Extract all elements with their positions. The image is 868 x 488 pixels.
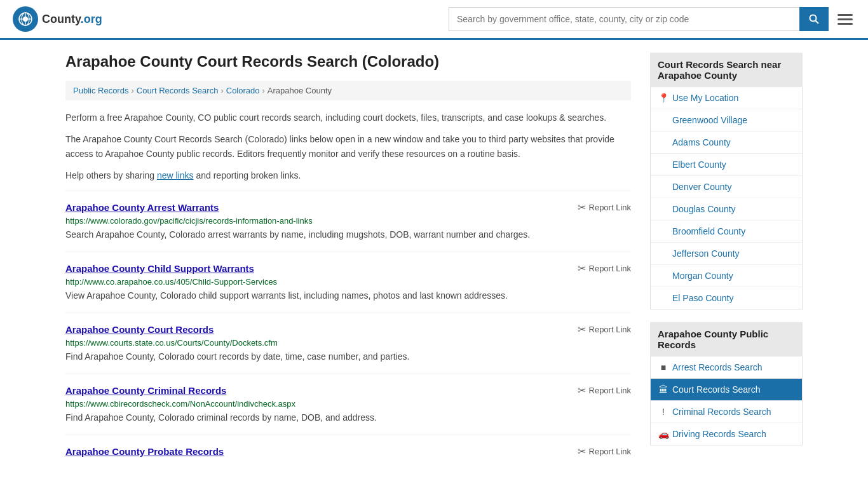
nearby-link-label: Elbert County [672,159,726,170]
content-area: Arapahoe County Court Records Search (Co… [65,53,631,470]
public-records-link[interactable]: !Criminal Records Search [651,401,802,423]
svg-line-6 [816,21,819,24]
new-links-link[interactable]: new links [157,170,194,180]
record-url[interactable]: https://www.courts.state.co.us/Courts/Co… [65,338,631,348]
record-type-icon: 🚗 [658,429,668,439]
record-header: Arapahoe County Probate Records ✂ Report… [65,445,631,458]
record-desc: Find Arapahoe County, Colorado court rec… [65,350,631,363]
report-icon: ✂ [578,201,586,214]
nearby-link-item[interactable]: Elbert County [651,154,802,176]
nearby-link-item[interactable]: Jefferson County [651,243,802,265]
record-title[interactable]: Arapahoe County Criminal Records [65,385,226,396]
nearby-link-item[interactable]: Denver County [651,176,802,198]
nearby-link-label: Use My Location [672,93,738,103]
record-url[interactable]: http://www.co.arapahoe.co.us/405/Child-S… [65,277,631,287]
record-header: Arapahoe County Arrest Warrants ✂ Report… [65,201,631,214]
record-type-icon: 🏛 [658,384,668,395]
nearby-link[interactable]: Denver County [651,176,802,198]
record-title[interactable]: Arapahoe County Court Records [65,324,214,335]
search-input[interactable] [449,7,799,31]
nearby-link[interactable]: Broomfield County [651,220,802,242]
logo-text: County.org [42,13,102,26]
record-item: Arapahoe County Probate Records ✂ Report… [65,435,631,470]
report-icon: ✂ [578,445,586,458]
breadcrumb-sep: › [220,86,223,95]
public-records-link-item[interactable]: 🏛Court Records Search [651,379,802,401]
record-header: Arapahoe County Criminal Records ✂ Repor… [65,384,631,396]
public-records-link-item[interactable]: 🚗Driving Records Search [651,423,802,445]
record-url[interactable]: https://www.colorado.gov/pacific/cicjis/… [65,216,631,226]
nearby-link-label: El Paso County [672,293,734,303]
nearby-link-label: Morgan County [672,271,733,281]
nearby-link-item[interactable]: Greenwood Village [651,109,802,132]
nearby-link[interactable]: 📍Use My Location [651,87,802,109]
nearby-link-label: Jefferson County [672,248,740,259]
nearby-link[interactable]: Morgan County [651,265,802,287]
public-records-link[interactable]: ■Arrest Records Search [651,356,802,378]
report-icon: ✂ [578,262,586,274]
breadcrumb-sep: › [262,86,265,95]
report-link[interactable]: ✂ Report Link [578,384,631,396]
nearby-link-item[interactable]: 📍Use My Location [651,87,802,109]
main-container: Arapahoe County Court Records Search (Co… [53,40,815,483]
record-url[interactable]: https://www.cbirecordscheck.com/NonAccou… [65,399,631,409]
breadcrumb-current: Arapahoe County [268,86,332,95]
nearby-link[interactable]: Adams County [651,132,802,153]
nearby-link-item[interactable]: El Paso County [651,287,802,309]
nearby-link[interactable]: Jefferson County [651,243,802,264]
record-title[interactable]: Arapahoe County Probate Records [65,446,224,457]
records-list: Arapahoe County Arrest Warrants ✂ Report… [65,191,631,470]
report-link[interactable]: ✂ Report Link [578,323,631,336]
public-records-link-label: Criminal Records Search [672,407,771,417]
breadcrumb-colorado[interactable]: Colorado [226,86,260,95]
nearby-link-label: Douglas County [672,204,736,214]
nearby-link-item[interactable]: Douglas County [651,198,802,220]
page-title: Arapahoe County Court Records Search (Co… [65,53,631,71]
record-type-icon: ! [658,407,668,417]
public-records-link[interactable]: 🏛Court Records Search [651,379,802,400]
menu-button[interactable] [835,11,855,27]
nearby-link[interactable]: Greenwood Village [651,109,802,131]
record-desc: View Arapahoe County, Colorado child sup… [65,289,631,302]
record-item: Arapahoe County Arrest Warrants ✂ Report… [65,191,631,252]
public-records-link-label: Court Records Search [672,384,761,395]
nearby-title: Court Records Search near Arapahoe Count… [650,53,803,87]
menu-line [837,18,853,20]
sidebar: Court Records Search near Arapahoe Count… [650,53,803,470]
nearby-link-label: Denver County [672,182,731,192]
nearby-link-label: Greenwood Village [672,115,747,125]
record-item: Arapahoe County Child Support Warrants ✂… [65,252,631,313]
record-title[interactable]: Arapahoe County Child Support Warrants [65,263,254,274]
logo-link[interactable]: County.org [13,6,102,32]
public-records-link-item[interactable]: !Criminal Records Search [651,401,802,423]
menu-line [837,23,853,25]
report-link[interactable]: ✂ Report Link [578,445,631,458]
record-item: Arapahoe County Court Records ✂ Report L… [65,313,631,374]
record-item: Arapahoe County Criminal Records ✂ Repor… [65,374,631,435]
nearby-link-item[interactable]: Adams County [651,132,802,154]
report-link[interactable]: ✂ Report Link [578,201,631,214]
breadcrumb-public-records[interactable]: Public Records [73,86,128,95]
public-records-link[interactable]: 🚗Driving Records Search [651,423,802,445]
breadcrumb-court-records-search[interactable]: Court Records Search [137,86,219,95]
logo-icon [13,6,38,32]
record-desc: Find Arapahoe County, Colorado criminal … [65,411,631,424]
nearby-link-item[interactable]: Morgan County [651,265,802,287]
report-link[interactable]: ✂ Report Link [578,262,631,274]
svg-point-5 [810,15,817,22]
public-records-link-label: Arrest Records Search [672,362,763,372]
breadcrumb: Public Records › Court Records Search › … [65,81,631,100]
nearby-link[interactable]: Douglas County [651,198,802,220]
public-records-section: Arapahoe County Public Records ■Arrest R… [650,322,803,445]
report-icon: ✂ [578,323,586,336]
record-title[interactable]: Arapahoe County Arrest Warrants [65,202,219,213]
nearby-link[interactable]: Elbert County [651,154,802,175]
public-records-title: Arapahoe County Public Records [650,322,803,356]
nearby-link[interactable]: El Paso County [651,287,802,309]
search-area [449,7,855,31]
nearby-link-item[interactable]: Broomfield County [651,220,802,243]
nearby-links-list: 📍Use My LocationGreenwood VillageAdams C… [650,87,803,309]
public-records-link-item[interactable]: ■Arrest Records Search [651,356,802,379]
record-header: Arapahoe County Court Records ✂ Report L… [65,323,631,336]
search-button[interactable] [799,7,829,31]
